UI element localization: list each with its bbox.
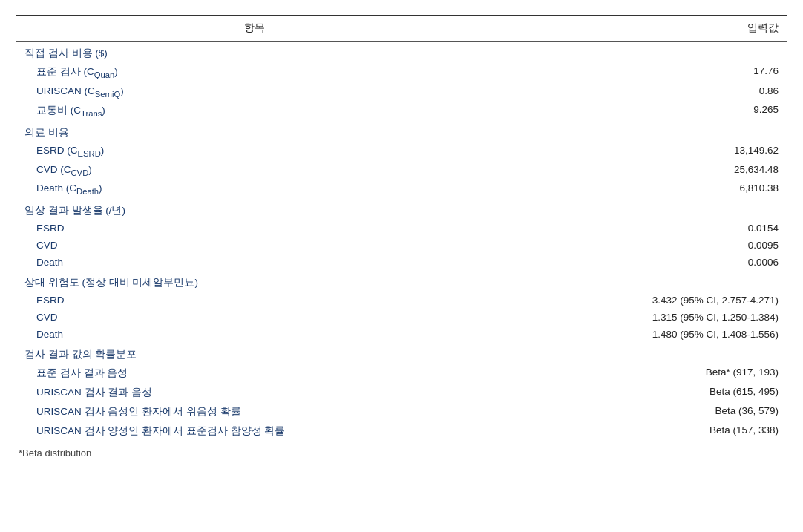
table-row: ESRD0.0154: [16, 220, 787, 237]
row-value: 3.432 (95% CI, 2.757-4.271): [494, 292, 787, 309]
table-row: Death (CDeath)6,810.38: [16, 180, 787, 199]
table-row: 표준 검사 (CQuan)17.76: [16, 62, 787, 82]
col-header-item: 항목: [16, 16, 494, 42]
section-header-section-relative-risk: 상대 위험도 (정상 대비 미세알부민뇨): [16, 271, 787, 292]
row-label: URISCAN 검사 결과 음성: [16, 383, 494, 402]
main-table-container: 항목 입력값 직접 검사 비용 ($)표준 검사 (CQuan)17.76URI…: [16, 15, 787, 441]
row-label: ESRD: [16, 292, 494, 309]
table-row: 표준 검사 결과 음성Beta* (917, 193): [16, 364, 787, 383]
section-label-section-medical-cost: 의료 비용: [16, 121, 787, 142]
table-header-row: 항목 입력값: [16, 16, 787, 42]
row-value: Beta (157, 338): [494, 421, 787, 441]
section-header-section-incidence: 임상 결과 발생율 (/년): [16, 199, 787, 220]
row-label: URISCAN 검사 양성인 환자에서 표준검사 참양성 확률: [16, 421, 494, 441]
row-value: 0.0154: [494, 220, 787, 237]
row-value: 1.480 (95% CI, 1.408-1.556): [494, 326, 787, 343]
row-value: Beta* (917, 193): [494, 364, 787, 383]
row-value: 0.0006: [494, 254, 787, 271]
section-header-section-probability: 검사 결과 값의 확률분포: [16, 343, 787, 364]
row-label: Death (CDeath): [16, 180, 494, 199]
table-row: Death0.0006: [16, 254, 787, 271]
row-label: URISCAN (CSemiQ): [16, 82, 494, 102]
row-value: 13,149.62: [494, 142, 787, 161]
table-row: URISCAN 검사 결과 음성Beta (615, 495): [16, 383, 787, 402]
table-row: CVD1.315 (95% CI, 1.250-1.384): [16, 309, 787, 326]
row-value: 6,810.38: [494, 180, 787, 199]
footnote: *Beta distribution: [16, 447, 787, 459]
row-value: 9.265: [494, 101, 787, 121]
section-header-section-direct-cost: 직접 검사 비용 ($): [16, 42, 787, 63]
table-row: Death1.480 (95% CI, 1.408-1.556): [16, 326, 787, 343]
section-label-section-probability: 검사 결과 값의 확률분포: [16, 343, 787, 364]
row-label: Death: [16, 326, 494, 343]
table-row: URISCAN 검사 음성인 환자에서 위음성 확률Beta (36, 579): [16, 402, 787, 421]
table-row: ESRD3.432 (95% CI, 2.757-4.271): [16, 292, 787, 309]
section-label-section-relative-risk: 상대 위험도 (정상 대비 미세알부민뇨): [16, 271, 787, 292]
row-value: Beta (615, 495): [494, 383, 787, 402]
row-label: ESRD (CESRD): [16, 142, 494, 161]
row-label: ESRD: [16, 220, 494, 237]
table-row: URISCAN 검사 양성인 환자에서 표준검사 참양성 확률Beta (157…: [16, 421, 787, 441]
col-header-value: 입력값: [494, 16, 787, 42]
data-table: 항목 입력값 직접 검사 비용 ($)표준 검사 (CQuan)17.76URI…: [16, 16, 787, 441]
row-label: 교통비 (CTrans): [16, 101, 494, 121]
row-label: URISCAN 검사 음성인 환자에서 위음성 확률: [16, 402, 494, 421]
table-row: CVD0.0095: [16, 237, 787, 254]
table-row: 교통비 (CTrans)9.265: [16, 101, 787, 121]
row-value: Beta (36, 579): [494, 402, 787, 421]
row-label: CVD: [16, 237, 494, 254]
row-label: 표준 검사 (CQuan): [16, 62, 494, 82]
table-row: URISCAN (CSemiQ)0.86: [16, 82, 787, 102]
section-header-section-medical-cost: 의료 비용: [16, 121, 787, 142]
footnote-text: *Beta distribution: [19, 447, 91, 459]
section-label-section-incidence: 임상 결과 발생율 (/년): [16, 199, 787, 220]
row-label: Death: [16, 254, 494, 271]
table-row: CVD (CCVD)25,634.48: [16, 161, 787, 180]
row-value: 0.86: [494, 82, 787, 102]
row-label: 표준 검사 결과 음성: [16, 364, 494, 383]
row-value: 0.0095: [494, 237, 787, 254]
section-label-section-direct-cost: 직접 검사 비용 ($): [16, 42, 787, 63]
row-label: CVD (CCVD): [16, 161, 494, 180]
row-value: 25,634.48: [494, 161, 787, 180]
row-value: 1.315 (95% CI, 1.250-1.384): [494, 309, 787, 326]
table-row: ESRD (CESRD)13,149.62: [16, 142, 787, 161]
row-value: 17.76: [494, 62, 787, 82]
row-label: CVD: [16, 309, 494, 326]
